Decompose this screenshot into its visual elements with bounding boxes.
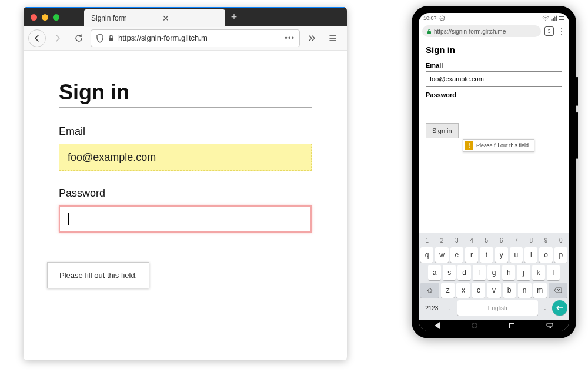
soft-keyboard[interactable]: 1234567890 qwertyuiop asdfghjkl zxcvbnm … — [419, 233, 569, 320]
keyboard-row-2: asdfghjkl — [420, 265, 567, 280]
shift-key-icon[interactable] — [420, 283, 439, 298]
close-window-icon[interactable] — [31, 14, 37, 21]
symbols-key[interactable]: ?123 — [420, 300, 443, 316]
validation-tooltip: ! Please fill out this field. — [463, 139, 534, 152]
key-o[interactable]: o — [539, 247, 552, 263]
key-z[interactable]: z — [441, 283, 455, 298]
email-label: Email — [426, 62, 562, 69]
key-f[interactable]: f — [473, 265, 486, 280]
new-tab-button[interactable]: + — [225, 8, 243, 26]
password-field[interactable] — [59, 205, 312, 233]
url-text: https://signin-form.glitch.m — [118, 34, 208, 42]
firefox-window: Signin form ✕ + https://signin-form.glit… — [24, 7, 347, 360]
email-field[interactable]: foo@example.com — [426, 71, 562, 87]
svg-point-3 — [545, 20, 546, 21]
password-field[interactable] — [426, 101, 562, 118]
window-controls — [24, 8, 66, 26]
page-actions-icon[interactable]: ••• — [285, 34, 295, 42]
maximize-window-icon[interactable] — [53, 14, 59, 21]
password-label: Password — [59, 187, 312, 200]
key-m[interactable]: m — [533, 283, 547, 298]
key-p[interactable]: p — [554, 247, 567, 263]
backspace-key-icon[interactable] — [549, 283, 567, 298]
signin-button[interactable]: Sign in — [426, 123, 459, 138]
key-2[interactable]: 2 — [435, 235, 448, 245]
key-8[interactable]: 8 — [524, 235, 537, 245]
keyboard-hide-icon[interactable] — [546, 323, 553, 328]
tab-switcher[interactable]: 3 — [544, 26, 554, 36]
kebab-menu-icon[interactable]: ⋮ — [557, 26, 566, 36]
key-a[interactable]: a — [428, 265, 441, 280]
text-caret — [68, 213, 69, 225]
key-e[interactable]: e — [450, 247, 463, 263]
key-s[interactable]: s — [443, 265, 456, 280]
svg-rect-0 — [109, 38, 113, 41]
omnibox[interactable]: https://signin-form.glitch.me — [422, 25, 541, 37]
phone-screen: 10:07 https://signin-form.glitch.me 3 ⋮ … — [419, 13, 569, 331]
key-1[interactable]: 1 — [420, 235, 433, 245]
key-t[interactable]: t — [480, 247, 493, 263]
browser-tab[interactable]: Signin form ✕ — [84, 9, 225, 27]
close-tab-icon[interactable]: ✕ — [162, 14, 169, 23]
key-9[interactable]: 9 — [539, 235, 552, 245]
key-h[interactable]: h — [502, 265, 515, 280]
mobile-page-content: Sign in Email foo@example.com Password S… — [419, 39, 569, 141]
key-r[interactable]: r — [465, 247, 478, 263]
url-bar[interactable]: https://signin-form.glitch.m ••• — [91, 29, 300, 47]
key-c[interactable]: c — [472, 283, 485, 298]
keyboard-row-1: qwertyuiop — [420, 247, 567, 263]
forward-button[interactable] — [48, 29, 67, 48]
key-w[interactable]: w — [435, 247, 448, 263]
back-button[interactable] — [28, 29, 46, 47]
hamburger-menu-icon[interactable] — [323, 29, 342, 48]
period-key[interactable]: . — [540, 300, 550, 316]
key-v[interactable]: v — [487, 283, 500, 298]
reload-button[interactable] — [69, 29, 88, 48]
key-7[interactable]: 7 — [510, 235, 523, 245]
email-value: foo@example.com — [68, 151, 156, 164]
key-n[interactable]: n — [518, 283, 532, 298]
password-label: Password — [426, 91, 562, 98]
tracking-shield-icon[interactable] — [96, 34, 104, 43]
key-u[interactable]: u — [510, 247, 523, 263]
keyboard-bottom-row: ?123 , English . — [420, 300, 567, 316]
enter-key-icon[interactable] — [552, 300, 567, 316]
nav-recent-icon[interactable] — [509, 323, 514, 328]
minimize-window-icon[interactable] — [42, 14, 48, 21]
key-0[interactable]: 0 — [554, 235, 567, 245]
nav-home-icon[interactable] — [472, 323, 477, 328]
spacebar[interactable]: English — [457, 300, 539, 316]
email-label: Email — [59, 125, 312, 138]
key-3[interactable]: 3 — [450, 235, 463, 245]
overflow-chevron-icon[interactable] — [302, 29, 321, 48]
lock-icon — [427, 29, 432, 34]
browser-toolbar: https://signin-form.glitch.m ••• — [24, 26, 347, 51]
key-4[interactable]: 4 — [465, 235, 478, 245]
page-content: Sign in Email foo@example.com Password — [24, 51, 347, 250]
key-j[interactable]: j — [517, 265, 530, 280]
nav-back-icon[interactable] — [435, 322, 440, 329]
comma-key[interactable]: , — [445, 300, 456, 316]
titlebar: Signin form ✕ + — [24, 7, 347, 26]
key-d[interactable]: d — [457, 265, 470, 280]
key-x[interactable]: x — [456, 283, 470, 298]
lock-icon — [108, 34, 115, 42]
page-title: Sign in — [59, 80, 312, 105]
key-l[interactable]: l — [547, 265, 560, 280]
svg-rect-5 — [547, 323, 553, 326]
key-b[interactable]: b — [503, 283, 516, 298]
key-q[interactable]: q — [420, 247, 433, 263]
key-y[interactable]: y — [495, 247, 508, 263]
do-not-disturb-icon — [439, 15, 445, 21]
wifi-icon — [542, 15, 549, 21]
key-g[interactable]: g — [487, 265, 500, 280]
key-k[interactable]: k — [532, 265, 545, 280]
keyboard-row-3: zxcvbnm — [420, 283, 567, 298]
key-i[interactable]: i — [524, 247, 537, 263]
key-6[interactable]: 6 — [495, 235, 508, 245]
status-bar: 10:07 — [419, 13, 569, 24]
phone-frame: 10:07 https://signin-form.glitch.me 3 ⋮ … — [412, 6, 576, 338]
warning-icon: ! — [465, 141, 473, 150]
key-5[interactable]: 5 — [480, 235, 493, 245]
email-field[interactable]: foo@example.com — [59, 144, 312, 171]
